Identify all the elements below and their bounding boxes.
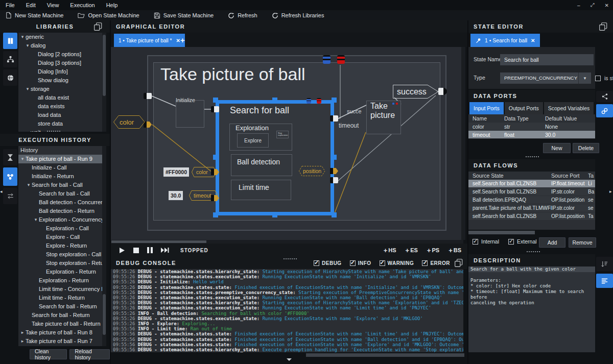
history-tree-item[interactable]: Search for ball - Return	[18, 311, 102, 320]
caret-icon[interactable]: ▾	[26, 181, 32, 189]
explore-state[interactable]: Explore	[237, 133, 269, 148]
stop-icon[interactable]	[133, 248, 139, 253]
history-tree-item[interactable]: Search for ball - Return	[18, 302, 102, 311]
copy-icon[interactable]	[93, 22, 103, 31]
history-tree-item[interactable]: Exploration - Call	[18, 224, 102, 233]
library-books-tab[interactable]	[3, 33, 17, 49]
resize-handle[interactable]	[213, 212, 218, 217]
history-tree-item[interactable]: ▾ Take picture of ball - Run 9	[18, 155, 102, 163]
log-filter[interactable]: WARNING	[380, 260, 414, 266]
history-tree-item[interactable]: Initialize - Call	[18, 163, 102, 172]
new-port-button[interactable]: New	[543, 143, 571, 153]
data-port-row[interactable]: timeout float 30.0	[468, 131, 595, 139]
color-port-label[interactable]: color	[113, 115, 145, 129]
add-tab-button[interactable]: +	[180, 36, 185, 44]
library-tree-item[interactable]: load data	[18, 111, 102, 119]
libraries-scrollbar[interactable]	[102, 33, 106, 132]
menu-item[interactable]: Edit	[20, 0, 41, 10]
panel-resize-handle[interactable]	[47, 131, 60, 132]
editor-tab[interactable]: 1 • Take picture of ball * ✕	[114, 34, 185, 47]
data-ports-tab[interactable]: Scoped Variables	[544, 102, 594, 114]
history-tree-item[interactable]: ▾ Exploration - Concurrency Bra	[18, 215, 102, 224]
history-tree-item[interactable]: Initialize - Return	[18, 172, 102, 181]
canvas-horizontal-scrollbar[interactable]	[111, 240, 463, 244]
collapse-left-arrow[interactable]: ◂	[0, 189, 3, 194]
flow-scope-checkbox[interactable]: Internal	[473, 238, 499, 245]
caret-icon[interactable]: ▸	[19, 328, 26, 337]
copy-icon[interactable]	[454, 258, 463, 268]
new-state-machine-button[interactable]: New State Machine	[5, 12, 63, 19]
caret-icon[interactable]: ▾	[19, 155, 26, 163]
history-tree-item[interactable]: Explore - Call	[18, 233, 102, 241]
position-port-label[interactable]: position	[299, 166, 325, 176]
initialize-state[interactable]	[176, 100, 204, 128]
checkbox-icon[interactable]	[473, 239, 478, 245]
swap-tab[interactable]	[3, 188, 17, 204]
pause-icon[interactable]	[147, 247, 153, 253]
data-flow-row[interactable]: self.Search for ball.CLZNSB IP.str.color…	[468, 188, 595, 196]
save-state-machine-button[interactable]: Save State Machine	[154, 12, 214, 19]
scroll-down-icon[interactable]	[287, 358, 292, 361]
menu-item[interactable]: View	[41, 0, 65, 10]
resize-handle[interactable]	[213, 98, 218, 103]
search-income-port[interactable]	[211, 106, 219, 112]
search-success-outcome-port[interactable]	[330, 115, 338, 122]
checkbox-icon[interactable]	[350, 260, 356, 266]
column-source-state[interactable]: Source State	[468, 173, 551, 179]
library-tree-item[interactable]: ▾ dialog	[18, 41, 102, 50]
library-tree-item[interactable]: Show dialog	[18, 76, 102, 85]
add-state-button[interactable]: +PS	[427, 247, 439, 254]
history-tree-item[interactable]: Stop exploration - Call	[18, 250, 102, 259]
aborted-outcome-icon[interactable]	[317, 98, 321, 104]
panel-resize-handle[interactable]	[526, 156, 539, 157]
history-tree-item[interactable]: Limit time - Return	[18, 294, 102, 302]
log-filter[interactable]: DEBUG	[314, 260, 342, 266]
state-name-input[interactable]: Search for ball	[500, 54, 594, 65]
resize-handle[interactable]	[332, 212, 337, 217]
caret-icon[interactable]: ▾	[25, 85, 31, 93]
hierarchy-tab[interactable]	[3, 51, 17, 67]
search-outcome-port[interactable]	[330, 177, 338, 183]
resize-handle[interactable]	[272, 98, 277, 103]
history-tree-item[interactable]: Exploration - Return	[18, 276, 102, 285]
resize-handle[interactable]	[332, 98, 337, 103]
execution-history-tab[interactable]	[3, 167, 17, 186]
description-box[interactable]: Search for a ball with the given color P…	[468, 266, 595, 352]
preempted-outcome-icon[interactable]	[306, 98, 311, 104]
refresh-libraries-button[interactable]: Refresh Libraries	[272, 12, 324, 19]
checkbox-icon[interactable]	[380, 260, 385, 266]
success-outcome[interactable]: success	[393, 85, 439, 99]
debug-console-log[interactable]: 09:55:26 DEBUG - statemachine.states.hie…	[111, 269, 463, 352]
data-ports-tab[interactable]: Output Ports	[505, 102, 543, 114]
menu-item[interactable]: File	[0, 0, 20, 10]
description-button[interactable]	[596, 274, 613, 288]
checkbox-icon[interactable]	[314, 260, 319, 266]
close-icon[interactable]: ✕	[605, 3, 609, 8]
column-name[interactable]: Name	[468, 115, 504, 122]
canvas-vertical-scrollbar[interactable]	[461, 47, 465, 240]
data-flow-row[interactable]: self.Search for ball.CLZNSB IP.float.tim…	[468, 180, 595, 188]
column-data-type[interactable]: Data Type	[504, 115, 545, 122]
panel-resize-handle[interactable]	[527, 251, 540, 252]
library-tree-item[interactable]: Dialog [3 options]	[18, 59, 102, 67]
execution-history-scrollbar[interactable]	[102, 146, 106, 346]
caret-icon[interactable]: ▾	[33, 215, 39, 224]
sort-button[interactable]	[596, 257, 613, 271]
flow-scope-checkbox[interactable]: External	[508, 238, 537, 245]
color-default-value[interactable]: #FF0000	[163, 167, 189, 177]
history-tree-item[interactable]: Ball detection - Return	[18, 207, 102, 215]
add-state-button[interactable]: +BS	[449, 247, 461, 254]
history-tree-item[interactable]: Stop exploration - Return	[18, 259, 102, 268]
maximize-icon[interactable]: ⤢	[591, 2, 595, 8]
menu-item[interactable]: Help	[101, 0, 124, 10]
root-success-outcome-port[interactable]	[438, 88, 447, 95]
minimize-icon[interactable]: –	[577, 3, 580, 8]
refresh-button[interactable]: Refresh	[228, 12, 257, 19]
stop-exploration-state[interactable]: Stop exploration	[276, 131, 289, 138]
history-tree-item[interactable]: Limit time - Concurrency Brar	[18, 285, 102, 294]
history-tree-item[interactable]: Ball detection - Concurrency E	[18, 198, 102, 207]
log-filter[interactable]: INFO	[350, 260, 371, 266]
globe-tab[interactable]	[3, 69, 17, 86]
reload-history-button[interactable]: Reload history	[69, 349, 110, 359]
column-source-port[interactable]: Source Port	[551, 173, 588, 179]
